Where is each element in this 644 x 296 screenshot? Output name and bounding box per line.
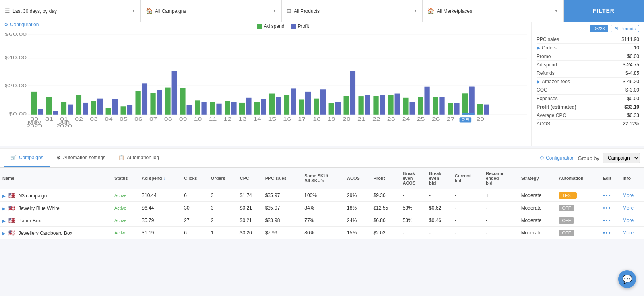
marketplaces-arrow: ▼	[554, 8, 558, 13]
cell-clicks: 30	[182, 202, 208, 214]
cell-info: More	[620, 189, 644, 202]
col-adspend[interactable]: Ad spend ↓	[139, 168, 182, 189]
svg-text:06: 06	[134, 117, 142, 121]
edit-dots[interactable]: •••	[603, 192, 611, 199]
cell-same-sku: 80%	[302, 227, 345, 239]
svg-rect-69	[484, 105, 489, 115]
table-config-label: Configuration	[546, 155, 574, 161]
cell-automation: TEST	[556, 189, 600, 202]
svg-rect-33	[403, 98, 408, 115]
side-row-promo: Promo $0.00	[537, 52, 639, 61]
svg-rect-61	[365, 95, 370, 114]
svg-text:03: 03	[90, 117, 98, 121]
svg-rect-53	[246, 98, 251, 115]
col-info: Info	[620, 168, 644, 189]
cell-current-bid: -	[452, 202, 483, 214]
campaigns-icon: 🏠	[146, 8, 153, 14]
campaign-name: Jewellery Cardboard Box	[19, 230, 72, 236]
products-dropdown[interactable]: ⊞All Products ▼	[282, 0, 423, 22]
tab-date-btn[interactable]: 06/28	[590, 25, 609, 32]
svg-rect-44	[112, 99, 118, 115]
svg-rect-64	[410, 102, 415, 115]
table-body: ▶ 🇺🇸 N3 campaign Active $10.44 6 3 $1.74…	[0, 189, 644, 239]
cell-name: ▶ 🇺🇸 Paper Box	[0, 214, 112, 227]
side-row-avg-cpc: Average CPC $0.33	[537, 111, 639, 120]
cell-info: More	[620, 202, 644, 214]
orders-expand[interactable]: ▶	[537, 45, 540, 51]
svg-rect-25	[284, 95, 289, 115]
svg-rect-13	[106, 108, 111, 115]
status-badge: Active	[114, 230, 126, 235]
more-link[interactable]: More	[623, 218, 634, 223]
edit-dots[interactable]: •••	[603, 217, 611, 224]
svg-rect-29	[344, 96, 349, 115]
col-edit: Edit	[601, 168, 620, 189]
more-link[interactable]: More	[623, 205, 634, 211]
more-link[interactable]: More	[623, 230, 634, 236]
svg-rect-52	[231, 102, 236, 115]
svg-rect-11	[76, 95, 81, 115]
cell-same-sku: 77%	[302, 214, 345, 227]
svg-rect-65	[424, 87, 429, 115]
cell-name: ▶ 🇺🇸 Jewelry Blue White	[0, 202, 112, 214]
svg-text:21: 21	[357, 117, 365, 121]
date-range-label: Last 30 days, by day	[12, 8, 57, 14]
cell-status: Active	[112, 202, 139, 214]
main-content: ⚙ Configuration Ad spend Profit $60.00 $…	[0, 22, 644, 146]
svg-text:28: 28	[462, 117, 470, 122]
cell-cpc: $0.20	[237, 227, 263, 239]
svg-text:12: 12	[224, 117, 232, 121]
row-expand-arrow[interactable]: ▶	[2, 206, 6, 211]
automation-test-btn[interactable]: TEST	[559, 192, 576, 199]
filter-button[interactable]: FILTER	[564, 0, 644, 22]
cell-name: ▶ 🇺🇸 Jewellery Cardboard Box	[0, 227, 112, 239]
table-header-row: Name Status Ad spend ↓ Clicks Orders CPC…	[0, 168, 644, 189]
svg-text:07: 07	[149, 117, 157, 121]
cell-ppc-sales: $35.97	[263, 189, 302, 202]
svg-rect-28	[329, 103, 334, 115]
cell-clicks: 27	[182, 214, 208, 227]
products-icon: ⊞	[287, 8, 291, 14]
marketplaces-dropdown[interactable]: 🏠All Marketplaces ▼	[423, 0, 564, 22]
svg-text:23: 23	[387, 117, 395, 121]
cell-profit: $6.86	[371, 214, 400, 227]
svg-rect-67	[454, 103, 459, 115]
svg-rect-32	[388, 95, 393, 115]
table-row: ▶ 🇺🇸 Jewellery Cardboard Box Active $1.1…	[0, 227, 644, 239]
row-expand-arrow[interactable]: ▶	[2, 231, 6, 236]
cell-status: Active	[112, 214, 139, 227]
automation-off-btn[interactable]: OFF	[559, 205, 574, 211]
tab-automation-settings[interactable]: ⚙ Automation settings	[50, 149, 112, 167]
svg-text:13: 13	[239, 117, 247, 121]
campaigns-dropdown[interactable]: 🏠All Campaigns ▼	[141, 0, 282, 22]
automation-off-btn[interactable]: OFF	[559, 230, 574, 236]
chart-header: ⚙ Configuration Ad spend Profit	[4, 22, 527, 29]
amazon-fees-expand[interactable]: ▶	[537, 79, 540, 84]
edit-dots[interactable]: •••	[603, 205, 611, 211]
side-row-acos: ACOS 22.12%	[537, 120, 639, 128]
automation-log-label: Automation log	[127, 155, 159, 160]
edit-dots[interactable]: •••	[603, 230, 611, 236]
more-link[interactable]: More	[623, 193, 634, 198]
tab-all-periods-btn[interactable]: All Periods	[611, 25, 639, 32]
svg-text:$20.00: $20.00	[5, 83, 27, 88]
cell-recommended-bid: -	[483, 202, 519, 214]
col-orders: Orders	[208, 168, 237, 189]
tab-automation-log[interactable]: 📋 Automation log	[112, 149, 165, 167]
row-expand-arrow[interactable]: ▶	[2, 194, 6, 198]
svg-text:2020: 2020	[27, 123, 42, 128]
chart-container: ⚙ Configuration Ad spend Profit $60.00 $…	[0, 22, 531, 146]
tab-campaigns[interactable]: 🛒 Campaigns	[4, 149, 50, 167]
automation-off-btn[interactable]: OFF	[559, 217, 574, 224]
campaigns-tab-label: Campaigns	[19, 155, 43, 160]
svg-text:22: 22	[372, 117, 380, 121]
side-row-profit: Profit (estimated) $33.10	[537, 103, 639, 111]
table-config-link[interactable]: ⚙ Configuration	[540, 155, 574, 161]
chart-legend: Ad spend Profit	[39, 22, 527, 29]
row-expand-arrow[interactable]: ▶	[2, 219, 6, 223]
cell-cpc: $1.74	[237, 189, 263, 202]
svg-text:20: 20	[343, 117, 351, 121]
date-range-dropdown[interactable]: ☰Last 30 days, by day ▼	[0, 0, 141, 22]
group-by-select[interactable]: Campaign	[603, 153, 640, 163]
chart-config-link[interactable]: ⚙ Configuration	[4, 22, 39, 27]
